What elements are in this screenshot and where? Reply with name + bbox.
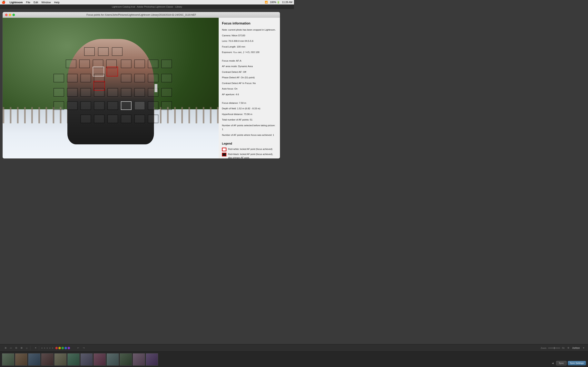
af-point [134,101,145,110]
af-point [134,59,145,68]
af-point [53,101,64,110]
depth-field-text: Depth of field: 1.52 m (6.82 - 8.33 m) [222,107,277,111]
exposure-text: Exposure: ¹⁄₂₅₀ sec, ƒ / 4.5, ISO 100 [222,50,277,54]
focus-info-section: Note: current photo has been cropped in … [222,28,277,56]
lr-titlebar: Lightroom Catalog.lrcat - Adobe Photosho… [0,4,294,9]
af-point [134,74,145,82]
af-point [134,115,145,123]
af-point [94,101,104,110]
af-point [107,115,118,123]
af-mode-section: Focus mode: AF-A AF area mode: Dynamic A… [222,59,277,98]
photo-area: › [3,18,219,158]
plugin-title: Focus points for /Users/John/Pictures/Li… [86,13,196,16]
af-point [148,59,158,68]
af-point [84,47,95,56]
hyperfocal-text: Hyperfocal distance: 73.96 m [222,112,277,117]
af-point [121,101,131,110]
af-point [80,115,91,123]
legend-icon-red-white [222,148,226,151]
phase-detect-text: Phase Detect AF: On (51-point) [222,76,277,80]
wifi-icon: 📶 [265,1,268,4]
af-point [107,88,118,97]
af-point [161,59,172,68]
plugin-body: › Focus information Note: current photo … [3,18,280,158]
af-point [148,74,158,82]
af-point [161,74,172,82]
lens-text: Lens: 70.0-300.0 mm f/4.5-5.6 [222,39,277,43]
af-point [80,101,91,110]
battery-status: 100% 🔋 [270,1,280,4]
af-point [53,74,64,82]
focus-mode-text: Focus mode: AF-A [222,59,277,63]
lr-window-title: Lightroom Catalog.lrcat - Adobe Photosho… [112,6,182,8]
af-point [53,88,64,97]
af-point [67,101,78,110]
traffic-lights[interactable] [5,14,15,16]
maximize-button[interactable] [12,14,15,16]
right-panel: Focus information Note: current photo ha… [219,18,280,158]
clock: 11:26 AM [282,1,292,4]
note-text: Note: current photo has been cropped in … [222,28,277,32]
menubar-right: 📶 100% 🔋 11:26 AM [265,1,292,4]
af-point [134,88,145,97]
panel-toggle[interactable]: › [155,84,157,92]
plugin-titlebar: Focus points for /Users/John/Pictures/Li… [3,12,280,18]
contrast-detect-text: Contrast Detect AF: Off [222,70,277,74]
af-area-text: AF area mode: Dynamic Area [222,64,277,68]
af-point [80,74,91,82]
close-button[interactable] [5,14,8,16]
camera-text: Camera: Nikon D7100 [222,34,277,38]
menu-window[interactable]: Window [42,1,51,4]
af-point [98,47,109,56]
af-point [94,115,104,123]
af-point [67,88,78,97]
af-point [80,88,91,97]
af-aperture-text: AF aperture: 4.6 [222,92,277,97]
menubar: 🍎 Lightroom File Edit Window Help 📶 100%… [0,0,294,4]
af-point [121,59,131,68]
focal-length-text: Focal Length: 100 mm [222,45,277,49]
af-point [161,88,172,97]
plugin-window: Focus points for /Users/John/Pictures/Li… [2,12,280,159]
legend-item-2: Red+black: locked AF point (focus achiev… [222,152,277,158]
apple-menu[interactable]: 🍎 [2,0,6,4]
legend-text-2: Red+black: locked AF point (focus achiev… [228,152,277,158]
af-point [121,115,131,123]
af-point [67,74,78,82]
af-point [112,47,122,56]
af-points-grid [41,47,180,129]
distance-section: Focus distance: 7.50 m Depth of field: 1… [222,101,277,139]
af-point [66,59,76,68]
auto-focus-text: Auto focus: On [222,87,277,91]
selected-af-text: Number of AF points selected before taki… [222,124,277,132]
legend-icon-red-black [222,153,226,156]
af-point-active [107,67,118,76]
af-point [161,101,172,110]
af-point [121,74,131,82]
legend-item-1: Red+white: locked AF point (focus achiev… [222,147,277,151]
achieved-af-text: Number of AF points where focus was achi… [222,133,277,137]
photo-background [3,18,219,158]
af-point [148,101,158,110]
af-point [121,88,131,97]
af-point [79,59,90,68]
total-af-text: Total number of AF points: 51 [222,118,277,122]
minimize-button[interactable] [9,14,11,16]
contrast-focus-text: Contrast Detect AF In Focus: No [222,81,277,85]
menu-help[interactable]: Help [54,1,60,4]
menu-edit[interactable]: Edit [34,1,38,4]
panel-title: Focus information [222,21,277,26]
menu-file[interactable]: File [26,1,30,4]
af-point [107,101,118,110]
legend-text-1: Red+white: locked AF point (focus achiev… [228,147,277,151]
focus-distance-text: Focus distance: 7.50 m [222,101,277,105]
legend-title: Legend [222,142,277,146]
menu-lightroom[interactable]: Lightroom [9,1,23,4]
af-point [148,115,158,123]
af-point [94,88,104,97]
